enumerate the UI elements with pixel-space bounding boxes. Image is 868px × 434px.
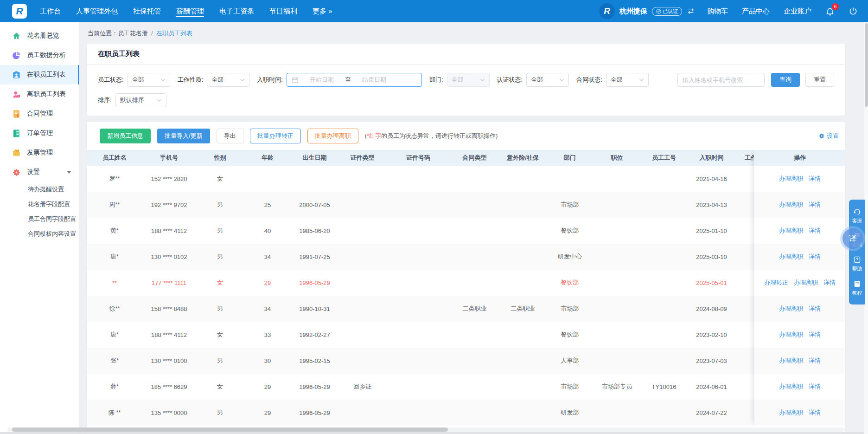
action-link[interactable]: 办理离职 <box>779 175 803 183</box>
company-avatar[interactable]: R <box>599 3 615 19</box>
table-cell-phone: 130 **** 0100 <box>142 357 196 364</box>
auth-status-select[interactable]: 全部 <box>526 73 569 87</box>
translate-button[interactable]: 译 <box>842 228 863 249</box>
action-link[interactable]: 详情 <box>809 330 821 339</box>
nav-epayslip[interactable]: 电子工资条 <box>219 7 254 16</box>
nav-more[interactable]: 更多 » <box>313 7 332 16</box>
table-row: 罗**152 **** 2820女2021-04-16 <box>87 166 778 192</box>
export-button[interactable]: 导出 <box>217 129 243 143</box>
sidebar-sub-todo-reminder[interactable]: 待办提醒设置 <box>0 182 79 197</box>
action-link[interactable]: 办理离职 <box>779 382 803 391</box>
department-select[interactable]: 全部 <box>447 73 490 87</box>
table-cell-hire_date: 2024-08-09 <box>687 305 736 312</box>
sidebar-item-resigned-employees[interactable]: 离职员工列表 <box>0 84 79 104</box>
nav-social-insurance[interactable]: 社保托管 <box>133 7 161 16</box>
tutorial-item[interactable]: 教程 <box>852 276 862 300</box>
table-row: 张*130 **** 0100男301995-02-15人事部2023-07-0… <box>87 348 778 374</box>
column-header-gender: 性别 <box>196 154 244 162</box>
nav-workbench[interactable]: 工作台 <box>40 7 61 16</box>
column-settings-link[interactable]: 设置 <box>818 132 839 140</box>
nav-payroll[interactable]: 薪酬管理 <box>176 7 204 16</box>
action-link[interactable]: 详情 <box>809 382 821 391</box>
action-column-header: 操作 <box>754 150 845 166</box>
switch-account-icon[interactable] <box>687 8 695 14</box>
sidebar-item-active-employees[interactable]: 在职员工列表 <box>0 65 79 84</box>
tutorial-doc-icon <box>853 280 861 288</box>
sidebar-item-settings[interactable]: 设置 <box>0 162 79 182</box>
sort-select[interactable]: 默认排序 <box>115 93 166 107</box>
add-employee-button[interactable]: 新增员工信息 <box>100 129 151 143</box>
action-link[interactable]: 详情 <box>809 304 821 313</box>
table-cell-age: 40 <box>244 227 291 234</box>
action-link[interactable]: 详情 <box>809 408 821 417</box>
nav-hr-outsourcing[interactable]: 人事管理外包 <box>76 7 118 16</box>
breadcrumb-prefix: 当前位置： <box>88 30 118 37</box>
table-cell-dept: 餐饮部 <box>547 279 593 287</box>
table-row: **177 **** 1111女291996-05-29餐饮部2025-05-0… <box>87 270 778 296</box>
batch-import-button[interactable]: 批量导入/更新 <box>157 129 210 143</box>
action-link[interactable]: 办理离职 <box>794 279 818 287</box>
sidebar-item-invoice-management[interactable]: 发票管理 <box>0 143 79 162</box>
nav-cart[interactable]: 购物车 <box>707 7 728 16</box>
work-nature-select[interactable]: 全部 <box>207 73 249 87</box>
table-cell-gender: 男 <box>196 201 244 209</box>
sidebar-sub-contract-fields[interactable]: 员工合同字段配置 <box>0 212 79 227</box>
action-link[interactable]: 详情 <box>809 227 821 235</box>
action-link[interactable]: 详情 <box>809 253 821 261</box>
action-link[interactable]: 办理离职 <box>779 227 803 235</box>
table-cell-hire_date: 2024-07-22 <box>687 409 736 416</box>
reset-button[interactable]: 重置 <box>805 73 834 87</box>
action-link[interactable]: 办理离职 <box>779 304 803 313</box>
action-link[interactable]: 办理离职 <box>779 356 803 365</box>
app-logo[interactable]: R <box>12 4 27 19</box>
table-cell-phone: 188 **** 4112 <box>142 331 196 338</box>
notification-bell-icon[interactable]: 6 <box>825 6 835 16</box>
search-input[interactable] <box>677 73 765 87</box>
table-cell-name: 唐* <box>87 330 142 339</box>
action-link[interactable]: 详情 <box>809 356 821 365</box>
pie-chart-icon <box>12 51 21 60</box>
table-cell-name: 周** <box>87 201 142 209</box>
sidebar-item-contract-management[interactable]: 合同管理 <box>0 104 79 123</box>
table-cell-dept: 市场部 <box>547 304 593 313</box>
query-button[interactable]: 查询 <box>771 73 800 87</box>
sidebar-sub-roster-fields[interactable]: 花名册字段配置 <box>0 197 79 212</box>
hire-date-range-input[interactable]: 开始日期 至 结束日期 <box>287 73 422 87</box>
action-link[interactable]: 详情 <box>823 279 836 287</box>
select-value: 全部 <box>452 76 464 84</box>
action-link[interactable]: 办理离职 <box>779 408 803 417</box>
vertical-scrollbar-thumb[interactable] <box>865 23 868 107</box>
horizontal-scrollbar-thumb[interactable] <box>12 428 448 432</box>
action-link[interactable]: 办理离职 <box>779 201 803 209</box>
chevron-down-icon <box>240 78 245 82</box>
auth-status-label: 认证状态: <box>497 76 523 84</box>
action-link[interactable]: 办理转正 <box>764 279 788 287</box>
action-link[interactable]: 办理离职 <box>779 330 803 339</box>
table-toolbar: 新增员工信息 批量导入/更新 导出 批量办理转正 批量办理离职 (*红字的员工为… <box>87 129 845 150</box>
invoice-folder-icon <box>12 149 21 157</box>
sidebar-sub-contract-template[interactable]: 合同模板内容设置 <box>0 227 79 241</box>
table-card: 新增员工信息 批量导入/更新 导出 批量办理转正 批量办理离职 (*红字的员工为… <box>87 122 845 434</box>
customer-service-item[interactable]: 客服 <box>852 204 862 228</box>
batch-resign-button[interactable]: 批量办理离职 <box>307 129 358 143</box>
sidebar-item-order-management[interactable]: 订单管理 <box>0 123 79 143</box>
sidebar-item-roster-overview[interactable]: 花名册总览 <box>0 26 79 45</box>
table-row: 唐*130 **** 0102男341991-07-25研发中心2025-03-… <box>87 244 778 270</box>
sidebar-label: 设置 <box>27 168 40 176</box>
nav-holiday-welfare[interactable]: 节日福利 <box>269 7 297 16</box>
table-cell-name: ** <box>87 279 142 286</box>
action-link[interactable]: 详情 <box>809 175 821 183</box>
check-circle-icon <box>656 9 661 14</box>
help-item[interactable]: 帮助 <box>852 252 862 276</box>
contract-status-select[interactable]: 全部 <box>606 73 649 87</box>
nav-product-center[interactable]: 产品中心 <box>742 7 770 16</box>
sidebar-item-employee-analytics[interactable]: 员工数据分析 <box>0 45 79 65</box>
breadcrumb-parent[interactable]: 员工花名册 <box>118 30 148 37</box>
nav-enterprise-account[interactable]: 企业账户 <box>784 7 811 16</box>
action-link[interactable]: 办理离职 <box>779 253 803 261</box>
batch-regularize-button[interactable]: 批量办理转正 <box>250 129 301 143</box>
breadcrumb-current[interactable]: 在职员工列表 <box>156 30 192 37</box>
logout-power-icon[interactable] <box>849 6 858 16</box>
action-link[interactable]: 详情 <box>809 201 821 209</box>
employee-status-select[interactable]: 全部 <box>128 73 170 87</box>
